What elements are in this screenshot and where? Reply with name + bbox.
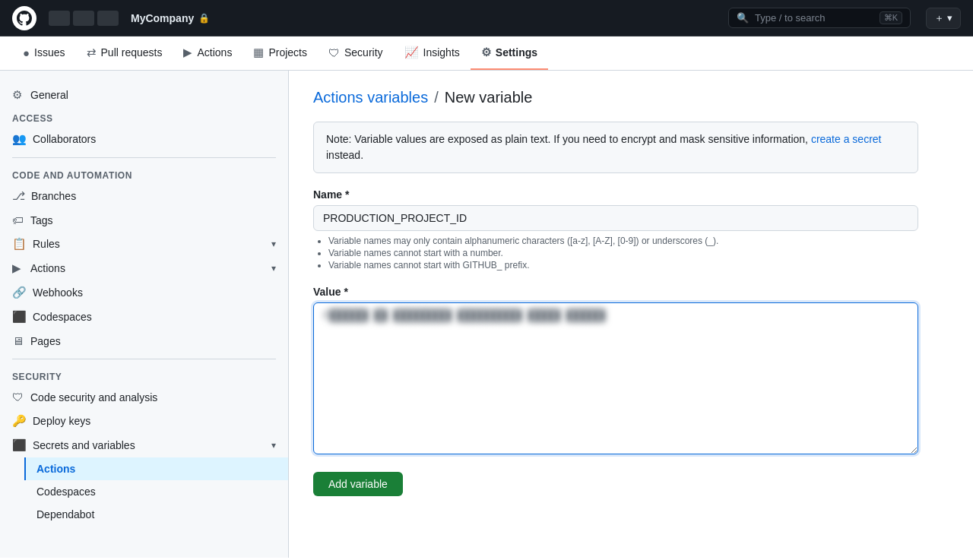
new-variable-form: Name * Variable names may only contain a…: [313, 188, 918, 496]
secrets-chevron-icon: ▾: [271, 440, 276, 451]
code-automation-section-label: Code and automation: [0, 164, 288, 184]
projects-icon: ▦: [253, 46, 264, 59]
sidebar-tags-label: Tags: [30, 214, 53, 226]
branch-icon: ⎇: [12, 189, 25, 203]
sidebar-item-branches[interactable]: ⎇ Branches: [0, 184, 288, 208]
new-button[interactable]: ＋ ▾: [926, 8, 961, 29]
sidebar-item-secrets-actions[interactable]: Actions: [24, 457, 288, 480]
sidebar-pages-label: Pages: [30, 335, 61, 347]
sidebar-secrets-label: Secrets and variables: [33, 439, 135, 451]
name-input[interactable]: [313, 205, 918, 231]
sidebar-item-codespaces[interactable]: ⬛ Codespaces: [0, 305, 288, 329]
tab-settings[interactable]: ⚙ Settings: [471, 36, 548, 70]
tab-settings-label: Settings: [496, 46, 537, 59]
sidebar-divider-2: [12, 359, 276, 359]
main-layout: ⚙ General Access 👥 Collaborators Code an…: [0, 71, 973, 558]
tab-actions[interactable]: ▶ Actions: [173, 36, 242, 70]
sidebar-item-pages[interactable]: 🖥 Pages: [0, 329, 288, 353]
tab-issues-label: Issues: [34, 46, 65, 59]
value-textarea[interactable]: P██████ ██ █████████ ██████████ █████ ██…: [313, 302, 918, 454]
repo-name-text: MyCompany: [131, 12, 194, 24]
lock-icon: 🔒: [198, 13, 210, 24]
breadcrumb-link[interactable]: Actions variables: [313, 89, 428, 106]
sidebar-webhooks-label: Webhooks: [33, 286, 83, 299]
sidebar-codespaces-label: Codespaces: [33, 311, 92, 323]
value-label: Value *: [313, 286, 918, 298]
name-hint: Variable names may only contain alphanum…: [313, 236, 918, 271]
sidebar-rules-label: Rules: [33, 238, 60, 250]
rules-chevron-icon: ▾: [271, 239, 276, 249]
name-label: Name *: [313, 188, 918, 201]
main-content: Actions variables / New variable Note: V…: [289, 71, 943, 558]
hint-3: Variable names cannot start with GITHUB_…: [328, 260, 918, 271]
sidebar-item-code-security[interactable]: 🛡 Code security and analysis: [0, 385, 288, 409]
tab-security[interactable]: 🛡 Security: [318, 36, 394, 70]
security-section-label: Security: [0, 365, 288, 385]
top-navigation: MyCompany 🔒 🔍 Type / to search ⌘K ＋ ▾: [0, 0, 973, 36]
sidebar-item-webhooks[interactable]: 🔗 Webhooks: [0, 280, 288, 305]
tab-projects-label: Projects: [268, 46, 307, 59]
secrets-submenu: Actions Codespaces Dependabot: [0, 457, 288, 526]
sidebar-general-label: General: [30, 89, 68, 101]
nav-icon-2: [73, 11, 94, 26]
sidebar-code-security-label: Code security and analysis: [30, 391, 157, 403]
repo-tabs: ● Issues ⇄ Pull requests ▶ Actions ▦ Pro…: [0, 36, 973, 71]
sidebar-secrets-actions-label: Actions: [36, 463, 75, 475]
note-prefix: Note: Variable values are exposed as pla…: [326, 133, 811, 145]
tab-pull-requests[interactable]: ⇄ Pull requests: [76, 36, 173, 70]
sidebar-actions-label: Actions: [30, 262, 65, 274]
breadcrumb-separator: /: [434, 89, 439, 106]
sidebar-item-deploy-keys[interactable]: 🔑 Deploy keys: [0, 409, 288, 433]
tag-icon: 🏷: [12, 214, 24, 226]
value-section: Value * P██████ ██ █████████ ██████████ …: [313, 286, 918, 457]
search-placeholder: Type / to search: [755, 12, 826, 24]
search-bar[interactable]: 🔍 Type / to search ⌘K: [728, 8, 911, 28]
sidebar-item-secrets[interactable]: ⬛ Secrets and variables ▾: [0, 433, 288, 457]
new-dropdown-icon: ▾: [947, 12, 952, 24]
shield-icon: 🛡: [12, 391, 24, 403]
sidebar-secrets-codespaces-label: Codespaces: [36, 486, 96, 498]
access-section-label: Access: [0, 107, 288, 127]
nav-icon-3: [97, 11, 119, 26]
tab-pr-label: Pull requests: [101, 46, 163, 59]
actions-icon: ▶: [183, 46, 192, 59]
play-icon: ▶: [12, 261, 24, 275]
search-icon: 🔍: [737, 12, 749, 24]
sidebar-item-actions[interactable]: ▶ Actions ▾: [0, 256, 288, 280]
tab-projects[interactable]: ▦ Projects: [242, 36, 318, 70]
topnav-actions: ＋ ▾: [926, 8, 961, 29]
tab-issues[interactable]: ● Issues: [12, 36, 76, 70]
note-suffix: instead.: [326, 149, 363, 161]
sidebar-item-general[interactable]: ⚙ General: [0, 83, 288, 107]
sidebar-secrets-dependabot-label: Dependabot: [36, 508, 94, 520]
sidebar-item-rules[interactable]: 📋 Rules ▾: [0, 232, 288, 256]
hint-1: Variable names may only contain alphanum…: [328, 236, 918, 246]
github-logo[interactable]: [12, 6, 36, 30]
codespaces-icon: ⬛: [12, 310, 27, 324]
create-secret-link[interactable]: create a secret: [811, 133, 882, 145]
tab-insights[interactable]: 📈 Insights: [394, 36, 471, 70]
actions-chevron-icon: ▾: [271, 263, 276, 274]
repo-name: MyCompany 🔒: [131, 12, 210, 24]
security-icon: 🛡: [328, 46, 340, 59]
nav-icons: [49, 11, 119, 26]
pr-icon: ⇄: [87, 46, 97, 59]
sidebar-collaborators-label: Collaborators: [33, 133, 96, 145]
sidebar-item-tags[interactable]: 🏷 Tags: [0, 208, 288, 232]
sidebar-item-secrets-dependabot[interactable]: Dependabot: [24, 503, 288, 526]
insights-icon: 📈: [404, 46, 419, 59]
sidebar-item-secrets-codespaces[interactable]: Codespaces: [24, 480, 288, 503]
plus-icon: ＋: [934, 11, 944, 25]
rules-icon: 📋: [12, 237, 27, 251]
webhook-icon: 🔗: [12, 286, 27, 299]
sidebar: ⚙ General Access 👥 Collaborators Code an…: [0, 71, 289, 558]
sidebar-item-collaborators[interactable]: 👥 Collaborators: [0, 127, 288, 151]
nav-icon-1: [49, 11, 70, 26]
name-section: Name * Variable names may only contain a…: [313, 188, 918, 271]
add-variable-button[interactable]: Add variable: [313, 472, 403, 496]
gear-icon: ⚙: [12, 88, 24, 102]
breadcrumb: Actions variables / New variable: [313, 89, 918, 106]
hint-2: Variable names cannot start with a numbe…: [328, 248, 918, 258]
key-icon: 🔑: [12, 414, 27, 428]
issues-icon: ●: [23, 46, 30, 59]
